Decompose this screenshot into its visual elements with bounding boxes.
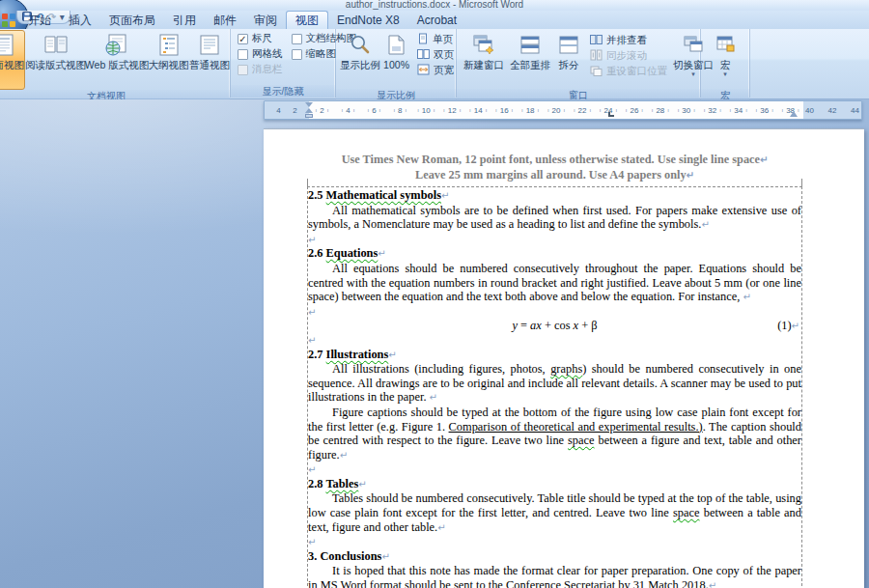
view-side-by-side-button[interactable]: 并排查看 — [590, 35, 667, 46]
tab-stop-marker[interactable] — [608, 112, 614, 117]
ruler-number: 2 — [293, 106, 296, 115]
section-heading[interactable]: 2.8 Tables↵ — [308, 477, 801, 492]
small-button-label: 页宽 — [434, 64, 454, 77]
arrange-all-button[interactable]: 全部重排 — [507, 30, 553, 89]
paragraph-mark: ↵ — [308, 335, 316, 346]
text-run: 3. Conclusions — [308, 549, 381, 563]
tab-1[interactable]: 开始 — [19, 12, 60, 29]
horizontal-ruler[interactable]: 42 ı2ıı4ıı6ıı8ıı10ıı12ıı14ıı16ıı18ıı20ıı… — [264, 100, 862, 120]
new-window-button[interactable]: 新建窗口 — [461, 30, 507, 89]
hanging-indent-marker[interactable] — [305, 108, 313, 113]
section-heading[interactable]: 2.6 Equations↵ — [308, 246, 801, 262]
split-button[interactable]: 拆分 — [553, 30, 584, 89]
section-heading[interactable]: 3. Conclusions↵ — [308, 549, 801, 565]
body-paragraph[interactable]: All mathematical symbols are to be defin… — [308, 204, 801, 233]
checkbox-icon[interactable]: ✓ — [238, 34, 248, 44]
body-paragraph[interactable]: It is hoped that this note has made the … — [308, 564, 801, 588]
text-run: + β — [578, 319, 598, 332]
macros-button[interactable]: 宏 ▾ — [706, 30, 744, 89]
tab-6[interactable]: 审阅 — [245, 12, 286, 29]
paragraph-mark: ↵ — [308, 307, 316, 318]
checkbox-icon[interactable] — [292, 34, 302, 44]
tab-2[interactable]: 插入 — [60, 12, 100, 29]
paragraph-mark: ↵ — [378, 248, 385, 259]
paragraph-mark: ↵ — [437, 522, 445, 533]
view-button-2[interactable]: 阅读版式视图 — [25, 30, 86, 89]
tab-5[interactable]: 邮件 — [205, 12, 245, 29]
tab-4[interactable]: 引用 — [164, 12, 205, 29]
ruler-number: ı18ı — [518, 106, 544, 115]
text-run: graphs — [550, 362, 582, 376]
ruler-number: ı26ı — [621, 106, 647, 115]
paragraph-mark: ↵ — [441, 190, 449, 201]
section-heading[interactable]: 2.5 Mathematical symbols↵ — [308, 188, 801, 204]
view-button-3[interactable]: Web 版式视图 — [86, 30, 148, 89]
text-run: 2.6 — [308, 246, 326, 260]
gridlines-checkbox[interactable]: 网格线 — [238, 48, 283, 60]
small-button-label: 重设窗口位置 — [606, 65, 667, 78]
one-page-button[interactable]: 单页 — [417, 34, 454, 45]
checkbox-icon[interactable] — [292, 49, 302, 60]
zoom-button[interactable]: 显示比例 — [340, 30, 380, 89]
ruler-number: ı16ı — [491, 106, 518, 115]
zoom-100-button[interactable]: 100% — [380, 30, 412, 89]
text-run: Illustrations — [326, 348, 389, 361]
switch-windows-icon — [684, 33, 703, 56]
text-run: ax — [530, 319, 542, 332]
tab-8[interactable]: EndNote X8 — [328, 12, 408, 29]
web-layout-icon — [105, 33, 128, 56]
paragraph-mark: ↵ — [743, 292, 750, 302]
ruler-text-area: ı2ıı4ıı6ıı8ıı10ıı12ıı14ıı16ıı18ıı20ıı22ı… — [309, 101, 803, 119]
ruler-number: ı28ı — [647, 106, 673, 115]
small-button-label: 双页 — [434, 48, 454, 62]
tab-9[interactable]: Acrobat — [408, 12, 465, 29]
arrange-all-icon — [520, 33, 540, 56]
ribbon: 页面视图阅读版式视图Web 版式视图大纲视图普通视图 文档视图 ✓标尺网格线消息… — [0, 29, 869, 99]
chevron-down-icon: ▾ — [723, 70, 727, 77]
paragraph-mark: ↵ — [340, 450, 348, 461]
chevron-down-icon: ▾ — [691, 70, 695, 77]
checkbox-icon[interactable] — [238, 49, 248, 60]
paragraph-mark: ↵ — [709, 580, 716, 588]
document-page[interactable]: Use Times New Roman, 12 point font, unle… — [264, 128, 864, 588]
view-button-5[interactable]: 普通视图 — [189, 30, 230, 89]
ribbon-tabs: 开始插入页面布局引用邮件审阅视图EndNote X8Acrobat — [19, 11, 465, 29]
view-button-label: Web 版式视图 — [85, 60, 149, 70]
view-button-1[interactable]: 页面视图 — [0, 30, 25, 90]
paragraph-mark: ↵ — [308, 464, 316, 475]
body-paragraph[interactable]: All illustrations (including figures, ph… — [308, 362, 801, 406]
text-run: + cos — [542, 319, 574, 332]
left-indent-marker[interactable] — [305, 114, 313, 118]
ruler-number: 40 — [805, 106, 814, 115]
empty-paragraph[interactable]: ↵ — [308, 233, 801, 247]
empty-paragraph[interactable]: ↵ — [308, 333, 801, 348]
body-paragraph[interactable]: Tables should be numbered consecutively.… — [308, 491, 801, 535]
ruler-number: ı36ı — [751, 106, 777, 115]
right-indent-marker[interactable] — [790, 111, 798, 117]
tab-3[interactable]: 页面布局 — [100, 12, 164, 29]
two-pages-button[interactable]: 双页 — [417, 49, 454, 61]
body-paragraph[interactable]: All equations should be numbered consecu… — [308, 262, 801, 305]
page-width-button[interactable]: 页宽 — [417, 65, 454, 76]
ruler-number: ı14ı — [465, 106, 491, 115]
empty-paragraph[interactable]: ↵ — [308, 462, 801, 477]
group-document-views: 页面视图阅读版式视图Web 版式视图大纲视图普通视图 文档视图 — [0, 29, 231, 98]
section-heading[interactable]: 2.7 Illustrations↵ — [308, 348, 801, 363]
tab-7[interactable]: 视图 — [286, 11, 328, 29]
empty-paragraph[interactable]: ↵ — [308, 535, 801, 549]
ruler-checkbox[interactable]: ✓标尺 — [238, 33, 283, 44]
ruler-number: ı34ı — [725, 106, 751, 115]
macro-icon — [716, 33, 735, 56]
checkbox-label: 消息栏 — [252, 63, 283, 76]
view-button-label: 页面视图 — [0, 60, 24, 70]
empty-paragraph[interactable]: ↵ — [308, 305, 801, 320]
equation-paragraph[interactable]: y = ax + cos x + β(1)↵ — [308, 319, 801, 333]
ribbon-tab-row: ↶ ↷ ▾ 开始插入页面布局引用邮件审阅视图EndNote X8Acrobat — [0, 11, 869, 29]
synchronous-scrolling-button: 同步滚动 — [590, 50, 667, 62]
first-line-indent-marker[interactable] — [305, 102, 313, 107]
body-paragraph[interactable]: Figure captions should be typed at the b… — [308, 406, 801, 462]
ruler-number: ı4ı — [335, 106, 361, 115]
ruler-number: 42 — [828, 106, 837, 115]
window-title: author_instructions.docx - Microsoft Wor… — [0, 0, 869, 10]
view-button-4[interactable]: 大纲视图 — [148, 30, 189, 89]
